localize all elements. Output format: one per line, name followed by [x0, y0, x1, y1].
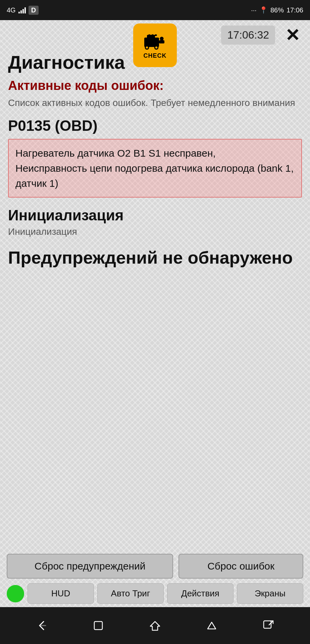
status-left: 4G D — [7, 6, 39, 15]
svg-rect-1 — [159, 40, 164, 44]
nav-share-button[interactable] — [258, 615, 278, 636]
svg-point-6 — [160, 37, 163, 40]
bottom-buttons-area: Сброс предупреждений Сброс ошибок HUD Ав… — [0, 554, 310, 604]
warnings-title: Предупреждений не обнаружено — [8, 247, 302, 268]
svg-marker-13 — [150, 622, 160, 630]
timestamp-display: 17:06:32 — [221, 25, 275, 45]
svg-rect-4 — [152, 34, 154, 36]
nav-back-button[interactable] — [32, 615, 52, 636]
error-description-box: Нагреватель датчика O2 B1 S1 несправен, … — [8, 139, 302, 198]
status-bar: 4G D ··· 📍 86% 17:06 — [0, 0, 310, 20]
status-right: ··· 📍 86% 17:06 — [251, 6, 303, 14]
button-row-1: Сброс предупреждений Сброс ошибок — [7, 554, 303, 579]
screens-button[interactable]: Экраны — [237, 583, 303, 604]
check-engine-icon: CHECK — [133, 23, 177, 67]
main-area: CHECK 17:06:32 ✕ Диагностика Активные ко… — [0, 20, 310, 644]
signal-bars — [18, 7, 26, 13]
svg-point-10 — [155, 46, 157, 48]
nav-triangle-button[interactable] — [202, 615, 222, 636]
reset-warnings-button[interactable]: Сброс предупреждений — [7, 554, 173, 579]
initialization-subtitle: Инициализация — [8, 226, 302, 237]
svg-rect-3 — [148, 34, 150, 36]
error-code: P0135 (OBD) — [8, 117, 302, 134]
active-errors-subtitle: Список активных кодов ошибок. Требует не… — [8, 96, 302, 109]
svg-marker-14 — [208, 622, 216, 629]
d-label: D — [29, 6, 39, 15]
button-row-2: HUD Авто Триг Действия Экраны — [7, 583, 303, 604]
location-icon: 📍 — [259, 6, 268, 14]
dots-label: ··· — [251, 6, 257, 14]
svg-rect-2 — [147, 35, 155, 38]
reset-errors-button[interactable]: Сброс ошибок — [178, 554, 303, 579]
svg-point-9 — [146, 46, 148, 48]
active-errors-title: Активные коды ошибок: — [8, 78, 302, 93]
network-label: 4G — [7, 6, 16, 14]
top-right-group: 17:06:32 ✕ — [221, 25, 303, 45]
android-nav-bar — [0, 607, 310, 644]
top-bar: CHECK 17:06:32 ✕ — [0, 20, 310, 48]
status-time: 17:06 — [287, 6, 303, 14]
nav-home-button[interactable] — [145, 615, 165, 636]
connection-status-dot — [7, 585, 24, 602]
hud-button[interactable]: HUD — [28, 583, 94, 604]
auto-trig-button[interactable]: Авто Триг — [97, 583, 164, 604]
svg-rect-5 — [155, 34, 157, 36]
actions-button[interactable]: Действия — [167, 583, 234, 604]
content-area: Диагностика Активные коды ошибок: Список… — [0, 48, 310, 288]
engine-svg — [142, 32, 168, 52]
close-button[interactable]: ✕ — [282, 26, 303, 44]
error-description-text: Нагреватель датчика O2 B1 S1 несправен, … — [15, 146, 295, 191]
svg-rect-12 — [94, 622, 102, 630]
initialization-title: Инициализация — [8, 207, 302, 224]
check-label: CHECK — [143, 52, 166, 59]
battery-label: 86% — [270, 6, 284, 14]
nav-recent-button[interactable] — [88, 615, 108, 636]
